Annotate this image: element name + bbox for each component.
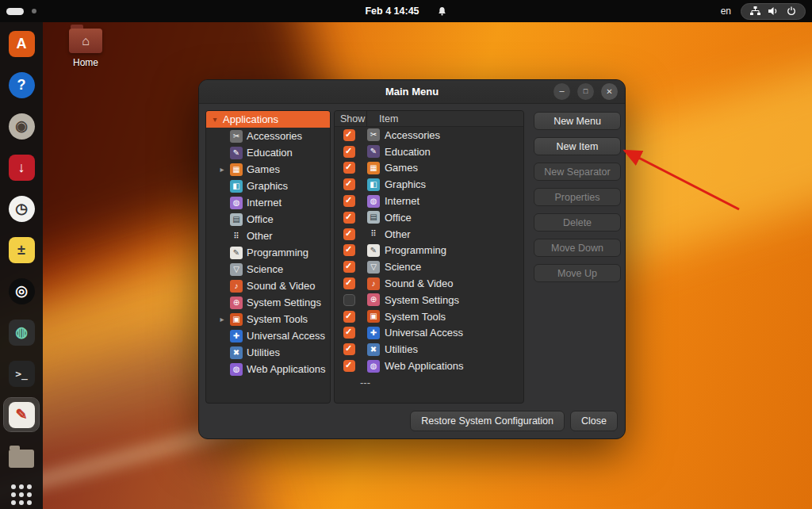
action-column: New MenuNew ItemNew SeparatorPropertiesD… (527, 110, 621, 404)
list-row-other[interactable]: ⠿ Other (335, 226, 523, 243)
games-icon: ▦ (367, 162, 380, 174)
clock-icon: ◷ (9, 196, 35, 222)
list-row-system-settings[interactable]: ⊕ System Settings (335, 292, 523, 308)
show-checkbox[interactable] (343, 343, 355, 355)
dock-item-ubuntu-software[interactable]: A (4, 27, 39, 60)
tree-item-graphics[interactable]: ◧ Graphics (206, 178, 330, 194)
show-checkbox[interactable] (343, 327, 355, 339)
show-checkbox[interactable] (343, 294, 355, 306)
tree-item-programming[interactable]: ✎ Programming (206, 244, 330, 261)
office-icon: ▤ (230, 213, 243, 226)
list-row-accessories[interactable]: ✂ Accessories (335, 127, 523, 144)
new-separator-button[interactable]: New Separator (534, 163, 621, 181)
dock-item-terminal[interactable]: >_ (4, 357, 39, 390)
dock-item-gimp[interactable]: ◉ (4, 109, 39, 143)
volume-icon (768, 6, 779, 16)
chevron-right-icon[interactable] (218, 315, 226, 323)
dock-item-text-editor[interactable]: ✎ (4, 398, 39, 431)
separator-row[interactable]: --- (335, 374, 523, 391)
education-icon: ✎ (230, 147, 243, 159)
dock-item-notes[interactable]: ± (4, 233, 39, 266)
tree-item-other[interactable]: ⠿ Other (206, 228, 330, 244)
notification-bell-icon[interactable] (437, 6, 447, 17)
show-checkbox[interactable] (343, 277, 355, 289)
show-checkbox[interactable] (343, 261, 355, 273)
dock-item-help[interactable]: ? (4, 68, 39, 101)
keyboard-layout-indicator[interactable]: en (721, 6, 731, 17)
dock-item-clock[interactable]: ◷ (4, 192, 39, 225)
list-header: Show Item (335, 111, 523, 127)
science-icon: ▽ (367, 261, 380, 274)
move-down-button[interactable]: Move Down (534, 239, 621, 257)
dock-item-password[interactable]: ◎ (4, 274, 39, 308)
show-checkbox[interactable] (343, 212, 355, 224)
list-row-system-tools[interactable]: ▣ System Tools (335, 308, 523, 325)
tree-item-system-settings[interactable]: ⊕ System Settings (206, 294, 330, 311)
properties-button[interactable]: Properties (534, 188, 621, 206)
clock[interactable]: Feb 4 14:45 (365, 6, 419, 17)
list-row-games[interactable]: ▦ Games (335, 160, 523, 177)
list-row-education[interactable]: ✎ Education (335, 144, 523, 160)
list-row-web-applications[interactable]: ◍ Web Applications (335, 358, 523, 374)
system-tools-icon: ▣ (230, 313, 243, 326)
tree-item-internet[interactable]: ◍ Internet (206, 194, 330, 211)
column-header-show[interactable]: Show (335, 111, 367, 126)
minimize-button[interactable] (553, 83, 570, 100)
show-checkbox[interactable] (343, 228, 355, 240)
show-checkbox[interactable] (343, 129, 355, 141)
maximize-button[interactable] (577, 83, 594, 100)
terminal-icon: >_ (9, 361, 35, 387)
tree-item-web-applications[interactable]: ◍ Web Applications (206, 361, 330, 377)
tree-item-games[interactable]: ▦ Games (206, 161, 330, 178)
close-button[interactable]: Close (570, 411, 618, 431)
web-applications-icon: ◍ (230, 363, 243, 376)
show-checkbox[interactable] (343, 311, 355, 323)
move-up-button[interactable]: Move Up (534, 264, 621, 282)
list-row-internet[interactable]: ◍ Internet (335, 193, 523, 209)
downloads-icon: ↓ (9, 155, 35, 181)
dock-item-files[interactable] (4, 439, 39, 473)
new-item-button[interactable]: New Item (534, 137, 621, 155)
show-checkbox[interactable] (343, 178, 355, 190)
show-checkbox[interactable] (343, 195, 355, 207)
tree-item-utilities[interactable]: ✖ Utilities (206, 344, 330, 361)
chevron-down-icon[interactable] (211, 115, 219, 124)
tree-item-office[interactable]: ▤ Office (206, 211, 330, 228)
tree-item-science[interactable]: ▽ Science (206, 261, 330, 277)
delete-button[interactable]: Delete (534, 213, 621, 232)
desktop-home-shortcut[interactable]: Home (63, 29, 108, 68)
system-tray[interactable] (741, 3, 806, 20)
dock-item-downloads[interactable]: ↓ (4, 151, 39, 184)
show-checkbox[interactable] (343, 244, 355, 256)
list-row-programming[interactable]: ✎ Programming (335, 243, 523, 259)
workspace-dot[interactable] (32, 9, 36, 13)
restore-system-configuration-button[interactable]: Restore System Configuration (410, 411, 565, 431)
universal-access-icon: ✚ (367, 327, 380, 339)
show-checkbox[interactable] (343, 146, 355, 158)
list-row-sound-video[interactable]: ♪ Sound & Video (335, 275, 523, 292)
tree-item-accessories[interactable]: ✂ Accessories (206, 128, 330, 144)
show-checkbox[interactable] (343, 360, 355, 372)
dock-item-app-grid[interactable] (4, 480, 39, 509)
workspace-pill[interactable] (6, 8, 24, 15)
list-row-graphics[interactable]: ◧ Graphics (335, 176, 523, 193)
dock-item-browser[interactable]: ◍ (4, 316, 39, 349)
list-row-universal-access[interactable]: ✚ Universal Access (335, 325, 523, 342)
power-icon (787, 6, 796, 16)
list-row-utilities[interactable]: ✖ Utilities (335, 341, 523, 358)
close-window-button[interactable] (601, 83, 618, 100)
new-menu-button[interactable]: New Menu (534, 112, 621, 130)
list-row-science[interactable]: ▽ Science (335, 258, 523, 275)
graphics-icon: ◧ (230, 180, 243, 193)
window-titlebar[interactable]: Main Menu (199, 80, 625, 104)
show-checkbox[interactable] (343, 162, 355, 174)
list-row-office[interactable]: ▤ Office (335, 209, 523, 226)
tree-item-education[interactable]: ✎ Education (206, 144, 330, 161)
window-footer: Restore System Configuration Close (205, 411, 618, 431)
chevron-right-icon[interactable] (218, 165, 226, 174)
tree-item-universal-access[interactable]: ✚ Universal Access (206, 327, 330, 344)
tree-item-applications[interactable]: Applications (206, 111, 330, 128)
tree-item-system-tools[interactable]: ▣ System Tools (206, 311, 330, 327)
tree-item-sound-video[interactable]: ♪ Sound & Video (206, 277, 330, 294)
column-header-item[interactable]: Item (367, 113, 398, 124)
